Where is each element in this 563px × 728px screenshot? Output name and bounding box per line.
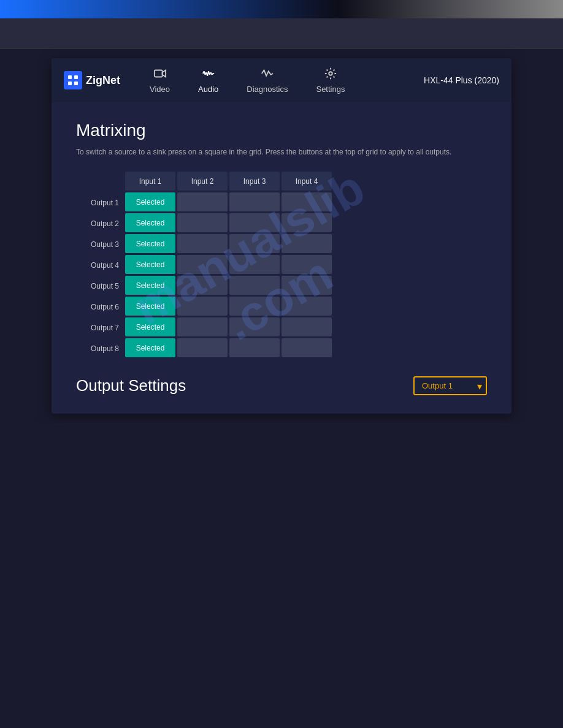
output-label-7: Output 7 xyxy=(76,318,125,337)
matrix-cell-8-1[interactable]: Selected xyxy=(125,338,175,357)
page-subtitle: To switch a source to a sink press on a … xyxy=(76,148,487,156)
matrix-cell-6-2[interactable] xyxy=(177,297,228,316)
nav-label-audio: Audio xyxy=(198,85,218,94)
svg-rect-4 xyxy=(154,70,162,77)
matrix-row-8: Selected xyxy=(125,338,332,357)
matrix-row-2: Selected xyxy=(125,213,332,232)
matrix-cell-5-1[interactable]: Selected xyxy=(125,276,175,295)
svg-rect-0 xyxy=(68,75,72,79)
output-settings-title: Output Settings xyxy=(76,376,186,395)
output-label-1: Output 1 xyxy=(76,193,125,212)
logo-text: ZigNet xyxy=(86,74,120,87)
matrix-cell-4-4[interactable] xyxy=(282,255,332,274)
settings-icon xyxy=(324,67,337,82)
matrix-cell-5-3[interactable] xyxy=(229,276,280,295)
matrix-wrapper: Output 1 Output 2 Output 3 Output 4 Outp… xyxy=(76,172,487,358)
matrix-cell-2-2[interactable] xyxy=(177,213,228,232)
top-bar xyxy=(0,0,563,18)
nav-label-video: Video xyxy=(150,85,170,94)
matrix-cell-7-3[interactable] xyxy=(229,317,280,336)
matrix-cell-6-4[interactable] xyxy=(282,297,332,316)
matrix-cell-4-3[interactable] xyxy=(229,255,280,274)
matrix-cell-4-2[interactable] xyxy=(177,255,228,274)
matrix-cell-1-4[interactable] xyxy=(282,192,332,211)
svg-line-13 xyxy=(212,74,213,75)
matrix-cell-3-1[interactable]: Selected xyxy=(125,234,175,253)
matrix-cell-8-4[interactable] xyxy=(282,338,332,357)
matrix-cell-6-3[interactable] xyxy=(229,297,280,316)
output-select[interactable]: Output 1 Output 2 Output 3 Output 4 Outp… xyxy=(413,376,487,395)
output-label-3: Output 3 xyxy=(76,235,125,254)
matrix-cell-2-3[interactable] xyxy=(229,213,280,232)
browser-chrome xyxy=(0,18,563,49)
matrix-cell-1-3[interactable] xyxy=(229,192,280,211)
matrix-cell-5-4[interactable] xyxy=(282,276,332,295)
svg-point-15 xyxy=(329,72,332,75)
input-header-3: Input 3 xyxy=(229,172,280,191)
output-label-4: Output 4 xyxy=(76,256,125,275)
matrix-cell-1-2[interactable] xyxy=(177,192,228,211)
matrix-row-6: Selected xyxy=(125,297,332,316)
output-label-5: Output 5 xyxy=(76,276,125,295)
diagnostics-icon xyxy=(261,67,274,82)
matrix-cell-7-1[interactable]: Selected xyxy=(125,317,175,336)
svg-rect-2 xyxy=(68,82,72,85)
matrix-cell-4-1[interactable]: Selected xyxy=(125,255,175,274)
nav-bar: ZigNet Video xyxy=(52,58,511,102)
matrix-row-1: Selected xyxy=(125,192,332,211)
svg-rect-3 xyxy=(74,82,78,85)
nav-item-audio[interactable]: Audio xyxy=(193,64,223,96)
nav-label-diagnostics: Diagnostics xyxy=(247,85,288,94)
matrix-cell-2-1[interactable]: Selected xyxy=(125,213,175,232)
page-title: Matrixing xyxy=(76,121,487,140)
matrix-cell-6-1[interactable]: Selected xyxy=(125,297,175,316)
content-area: Matrixing To switch a source to a sink p… xyxy=(52,102,511,414)
matrix-row-3: Selected xyxy=(125,234,332,253)
matrix-cell-8-2[interactable] xyxy=(177,338,228,357)
output-settings-section: Output Settings Output 1 Output 2 Output… xyxy=(76,376,487,395)
matrix-cell-5-2[interactable] xyxy=(177,276,228,295)
bottom-area xyxy=(0,423,563,728)
matrix-row-5: Selected xyxy=(125,276,332,295)
output-label-2: Output 2 xyxy=(76,214,125,233)
nav-item-settings[interactable]: Settings xyxy=(311,64,350,96)
matrix-cell-8-3[interactable] xyxy=(229,338,280,357)
matrix-cell-1-1[interactable]: Selected xyxy=(125,192,175,211)
main-card: ZigNet Video xyxy=(52,58,511,414)
matrix-grid: Input 1 Input 2 Input 3 Input 4 Selected xyxy=(125,172,332,357)
matrix-cell-7-2[interactable] xyxy=(177,317,228,336)
nav-item-diagnostics[interactable]: Diagnostics xyxy=(242,64,293,96)
output-labels: Output 1 Output 2 Output 3 Output 4 Outp… xyxy=(76,193,125,358)
nav-label-settings: Settings xyxy=(316,85,345,94)
output-select-wrapper: Output 1 Output 2 Output 3 Output 4 Outp… xyxy=(413,376,487,395)
matrix-cell-7-4[interactable] xyxy=(282,317,332,336)
matrix-cell-3-4[interactable] xyxy=(282,234,332,253)
input-header-2: Input 2 xyxy=(177,172,228,191)
video-icon xyxy=(153,67,167,82)
input-header-4: Input 4 xyxy=(282,172,332,191)
input-header-1: Input 1 xyxy=(125,172,175,191)
output-label-6: Output 6 xyxy=(76,297,125,316)
matrix-cell-3-3[interactable] xyxy=(229,234,280,253)
matrix-cell-2-4[interactable] xyxy=(282,213,332,232)
app-logo: ZigNet xyxy=(64,71,120,89)
output-label-8: Output 8 xyxy=(76,339,125,358)
matrix-cell-3-2[interactable] xyxy=(177,234,228,253)
matrix-row-4: Selected xyxy=(125,255,332,274)
matrix-row-7: Selected xyxy=(125,317,332,336)
matrix-header-row: Input 1 Input 2 Input 3 Input 4 xyxy=(125,172,332,191)
logo-icon xyxy=(64,71,82,89)
audio-icon xyxy=(202,67,215,82)
nav-item-video[interactable]: Video xyxy=(145,64,175,96)
svg-rect-1 xyxy=(74,75,78,79)
device-name: HXL-44 Plus (2020) xyxy=(424,75,499,85)
